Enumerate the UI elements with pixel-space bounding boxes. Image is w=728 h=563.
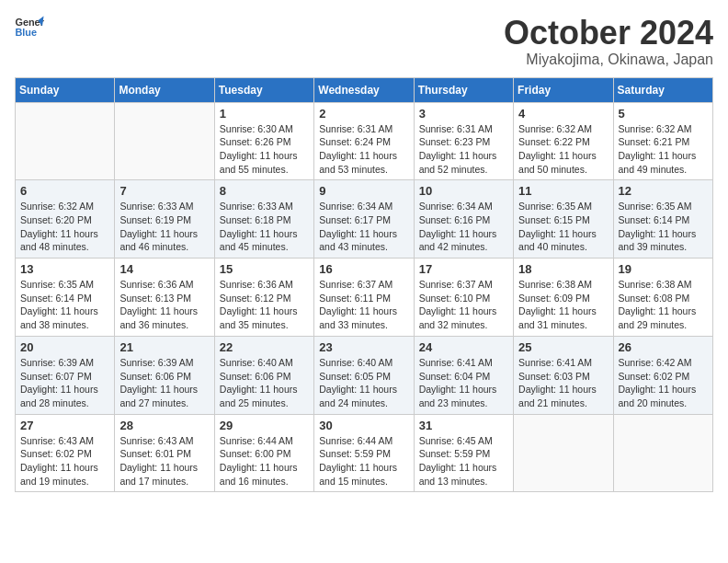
day-info: Sunrise: 6:40 AMSunset: 6:06 PMDaylight:…	[220, 356, 309, 410]
day-info: Sunrise: 6:44 AMSunset: 6:00 PMDaylight:…	[220, 434, 309, 488]
calendar-cell: 18 Sunrise: 6:38 AMSunset: 6:09 PMDaylig…	[514, 259, 613, 337]
calendar-cell: 5 Sunrise: 6:32 AMSunset: 6:21 PMDayligh…	[613, 102, 712, 180]
calendar-cell: 24 Sunrise: 6:41 AMSunset: 6:04 PMDaylig…	[414, 336, 513, 414]
svg-text:Blue: Blue	[15, 27, 37, 38]
day-number: 31	[419, 419, 508, 432]
day-number: 2	[319, 107, 408, 121]
day-number: 28	[119, 419, 209, 432]
calendar-cell: 25 Sunrise: 6:41 AMSunset: 6:03 PMDaylig…	[514, 336, 613, 414]
day-number: 5	[619, 107, 708, 121]
day-info: Sunrise: 6:43 AMSunset: 6:01 PMDaylight:…	[119, 434, 209, 488]
calendar-cell: 23 Sunrise: 6:40 AMSunset: 6:05 PMDaylig…	[314, 336, 414, 414]
calendar-week-1: 1 Sunrise: 6:30 AMSunset: 6:26 PMDayligh…	[16, 102, 713, 180]
calendar-cell: 17 Sunrise: 6:37 AMSunset: 6:10 PMDaylig…	[414, 259, 513, 337]
calendar-cell	[115, 102, 214, 180]
col-friday: Friday	[514, 77, 613, 102]
calendar-cell: 3 Sunrise: 6:31 AMSunset: 6:23 PMDayligh…	[414, 102, 513, 180]
logo: General Blue	[15, 15, 44, 40]
day-info: Sunrise: 6:42 AMSunset: 6:02 PMDaylight:…	[619, 356, 708, 410]
calendar-week-2: 6 Sunrise: 6:32 AMSunset: 6:20 PMDayligh…	[16, 180, 713, 259]
day-number: 16	[319, 262, 408, 276]
day-info: Sunrise: 6:40 AMSunset: 6:05 PMDaylight:…	[319, 356, 408, 410]
day-info: Sunrise: 6:37 AMSunset: 6:10 PMDaylight:…	[419, 278, 508, 332]
day-number: 6	[20, 184, 109, 198]
calendar-cell: 31 Sunrise: 6:45 AMSunset: 5:59 PMDaylig…	[414, 414, 513, 492]
calendar-week-5: 27 Sunrise: 6:43 AMSunset: 6:02 PMDaylig…	[16, 414, 713, 492]
calendar-cell: 9 Sunrise: 6:34 AMSunset: 6:17 PMDayligh…	[314, 180, 414, 259]
calendar-cell: 10 Sunrise: 6:34 AMSunset: 6:16 PMDaylig…	[414, 180, 513, 259]
title-area: October 2024 Miyakojima, Okinawa, Japan	[504, 15, 713, 68]
calendar-cell: 19 Sunrise: 6:38 AMSunset: 6:08 PMDaylig…	[613, 259, 712, 337]
day-number: 23	[319, 340, 408, 354]
day-info: Sunrise: 6:36 AMSunset: 6:12 PMDaylight:…	[220, 278, 309, 332]
calendar-week-4: 20 Sunrise: 6:39 AMSunset: 6:07 PMDaylig…	[16, 336, 713, 414]
calendar-cell	[514, 414, 613, 492]
day-number: 3	[419, 107, 508, 121]
day-number: 25	[518, 340, 608, 354]
day-number: 4	[518, 107, 608, 121]
day-number: 1	[220, 107, 309, 121]
calendar-cell	[613, 414, 712, 492]
calendar-cell: 28 Sunrise: 6:43 AMSunset: 6:01 PMDaylig…	[115, 414, 214, 492]
calendar-cell: 30 Sunrise: 6:44 AMSunset: 5:59 PMDaylig…	[314, 414, 414, 492]
col-monday: Monday	[115, 77, 214, 102]
header-row: Sunday Monday Tuesday Wednesday Thursday…	[16, 77, 713, 102]
day-number: 15	[220, 262, 309, 276]
col-thursday: Thursday	[414, 77, 513, 102]
day-number: 26	[619, 340, 708, 354]
day-info: Sunrise: 6:33 AMSunset: 6:19 PMDaylight:…	[119, 200, 209, 254]
day-info: Sunrise: 6:34 AMSunset: 6:16 PMDaylight:…	[419, 200, 508, 254]
day-info: Sunrise: 6:43 AMSunset: 6:02 PMDaylight:…	[20, 434, 109, 488]
day-number: 19	[619, 262, 708, 276]
day-number: 22	[220, 340, 309, 354]
calendar-cell: 11 Sunrise: 6:35 AMSunset: 6:15 PMDaylig…	[514, 180, 613, 259]
day-number: 9	[319, 184, 408, 198]
calendar-cell: 7 Sunrise: 6:33 AMSunset: 6:19 PMDayligh…	[115, 180, 214, 259]
calendar-cell: 8 Sunrise: 6:33 AMSunset: 6:18 PMDayligh…	[214, 180, 313, 259]
day-info: Sunrise: 6:37 AMSunset: 6:11 PMDaylight:…	[319, 278, 408, 332]
day-number: 8	[220, 184, 309, 198]
month-title: October 2024	[504, 15, 713, 52]
calendar-cell: 27 Sunrise: 6:43 AMSunset: 6:02 PMDaylig…	[16, 414, 115, 492]
day-number: 20	[20, 340, 109, 354]
col-tuesday: Tuesday	[214, 77, 313, 102]
day-number: 12	[619, 184, 708, 198]
calendar-cell: 4 Sunrise: 6:32 AMSunset: 6:22 PMDayligh…	[514, 102, 613, 180]
day-number: 18	[518, 262, 608, 276]
calendar-cell: 16 Sunrise: 6:37 AMSunset: 6:11 PMDaylig…	[314, 259, 414, 337]
calendar-cell: 26 Sunrise: 6:42 AMSunset: 6:02 PMDaylig…	[613, 336, 712, 414]
day-info: Sunrise: 6:35 AMSunset: 6:14 PMDaylight:…	[20, 278, 109, 332]
day-info: Sunrise: 6:38 AMSunset: 6:09 PMDaylight:…	[518, 278, 608, 332]
day-info: Sunrise: 6:41 AMSunset: 6:04 PMDaylight:…	[419, 356, 508, 410]
calendar-cell: 12 Sunrise: 6:35 AMSunset: 6:14 PMDaylig…	[613, 180, 712, 259]
day-info: Sunrise: 6:41 AMSunset: 6:03 PMDaylight:…	[518, 356, 608, 410]
day-info: Sunrise: 6:39 AMSunset: 6:07 PMDaylight:…	[20, 356, 109, 410]
calendar-cell	[16, 102, 115, 180]
day-info: Sunrise: 6:35 AMSunset: 6:14 PMDaylight:…	[619, 200, 708, 254]
calendar-cell: 2 Sunrise: 6:31 AMSunset: 6:24 PMDayligh…	[314, 102, 414, 180]
calendar-cell: 21 Sunrise: 6:39 AMSunset: 6:06 PMDaylig…	[115, 336, 214, 414]
day-number: 24	[419, 340, 508, 354]
day-info: Sunrise: 6:31 AMSunset: 6:24 PMDaylight:…	[319, 122, 408, 177]
calendar-table: Sunday Monday Tuesday Wednesday Thursday…	[15, 77, 713, 493]
day-info: Sunrise: 6:35 AMSunset: 6:15 PMDaylight:…	[518, 200, 608, 254]
calendar-cell: 13 Sunrise: 6:35 AMSunset: 6:14 PMDaylig…	[16, 259, 115, 337]
calendar-cell: 14 Sunrise: 6:36 AMSunset: 6:13 PMDaylig…	[115, 259, 214, 337]
day-info: Sunrise: 6:39 AMSunset: 6:06 PMDaylight:…	[119, 356, 209, 410]
day-number: 14	[119, 262, 209, 276]
day-number: 30	[319, 419, 408, 432]
header: General Blue October 2024 Miyakojima, Ok…	[15, 15, 713, 68]
day-info: Sunrise: 6:30 AMSunset: 6:26 PMDaylight:…	[220, 122, 309, 177]
day-info: Sunrise: 6:36 AMSunset: 6:13 PMDaylight:…	[119, 278, 209, 332]
day-number: 13	[20, 262, 109, 276]
col-wednesday: Wednesday	[314, 77, 414, 102]
calendar-cell: 1 Sunrise: 6:30 AMSunset: 6:26 PMDayligh…	[214, 102, 313, 180]
day-number: 10	[419, 184, 508, 198]
col-sunday: Sunday	[16, 77, 115, 102]
day-number: 7	[119, 184, 209, 198]
day-info: Sunrise: 6:32 AMSunset: 6:20 PMDaylight:…	[20, 200, 109, 254]
day-info: Sunrise: 6:38 AMSunset: 6:08 PMDaylight:…	[619, 278, 708, 332]
col-saturday: Saturday	[613, 77, 712, 102]
day-number: 27	[20, 419, 109, 432]
day-info: Sunrise: 6:34 AMSunset: 6:17 PMDaylight:…	[319, 200, 408, 254]
